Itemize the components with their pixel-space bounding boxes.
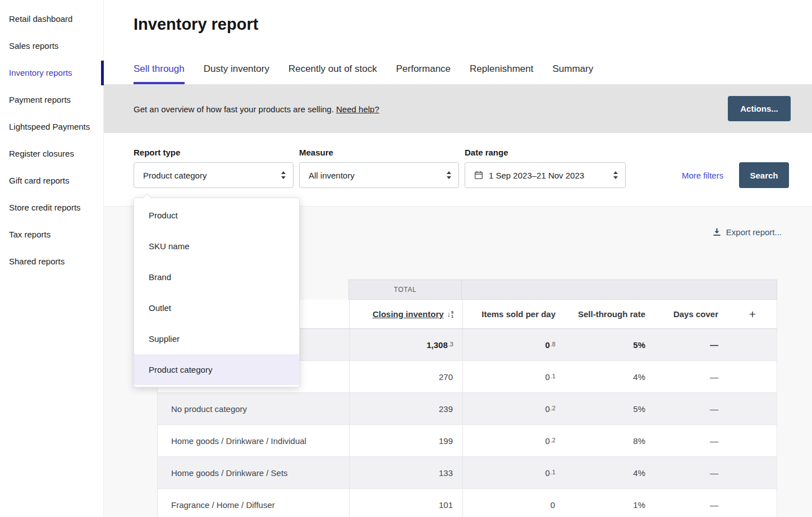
add-column-button[interactable]: +	[727, 300, 778, 328]
tab-recently-out-of-stock[interactable]: Recently out of stock	[288, 58, 377, 84]
column-items-sold-per-day[interactable]: Items sold per day	[462, 300, 565, 328]
option-outlet[interactable]: Outlet	[134, 292, 299, 323]
sidebar-item-retail-dashboard[interactable]: Retail dashboard	[0, 6, 103, 33]
column-days-cover[interactable]: Days cover	[654, 300, 727, 328]
sell-through-value: 1%	[565, 489, 654, 517]
date-range-select[interactable]: 1 Sep 2023–21 Nov 2023	[465, 162, 626, 188]
sidebar-item-lightspeed-payments[interactable]: Lightspeed Payments	[0, 113, 103, 140]
items-per-day-value: 0.8	[462, 329, 565, 360]
option-product-category[interactable]: Product category	[134, 354, 299, 385]
filter-bar: Report type Measure Date range Product c…	[104, 133, 812, 206]
table-row[interactable]: Home goods / Drinkware / Sets 133 0.1 4%…	[157, 457, 777, 489]
tab-performance[interactable]: Performance	[396, 58, 451, 84]
banner-message: Get an overview of how fast your product…	[134, 104, 334, 114]
sidebar-item-tax-reports[interactable]: Tax reports	[0, 221, 103, 248]
report-type-label: Report type	[134, 148, 180, 157]
export-report-label: Export report...	[726, 227, 782, 237]
sell-through-value: 5%	[565, 393, 654, 424]
option-brand[interactable]: Brand	[134, 262, 299, 292]
sell-through-value: 5%	[565, 329, 654, 360]
closing-inventory-value: 133	[349, 457, 462, 488]
report-type-select[interactable]: Product category	[134, 162, 293, 188]
spinner-icon	[613, 171, 618, 179]
actions-button[interactable]: Actions...	[728, 96, 791, 121]
items-per-day-value: 0.1	[462, 361, 565, 392]
date-range-label: Date range	[465, 148, 508, 157]
row-category: No product category	[158, 393, 349, 424]
table-row[interactable]: Home goods / Drinkware / Individual 199 …	[157, 425, 777, 457]
closing-inventory-value: 270	[349, 361, 462, 392]
sidebar-item-inventory-reports[interactable]: Inventory reports	[0, 60, 103, 86]
sidebar-item-register-closures[interactable]: Register closures	[0, 140, 103, 167]
measure-label: Measure	[299, 148, 333, 157]
closing-inventory-value: 239	[349, 393, 462, 424]
column-sell-through-rate[interactable]: Sell-through rate	[565, 300, 654, 328]
main-content: Inventory report Sell through Dusty inve…	[104, 0, 812, 517]
items-per-day-value: 0.1	[462, 457, 565, 488]
days-cover-value: —	[654, 329, 727, 360]
measure-value: All inventory	[309, 171, 442, 180]
column-closing-inventory[interactable]: Closing inventory ↓91	[349, 300, 462, 328]
sidebar-item-gift-card-reports[interactable]: Gift card reports	[0, 167, 103, 194]
days-cover-value: —	[654, 393, 727, 424]
spinner-icon	[447, 171, 451, 179]
sidebar-item-store-credit-reports[interactable]: Store credit reports	[0, 194, 103, 221]
days-cover-value: —	[654, 361, 727, 392]
calendar-icon	[474, 171, 483, 180]
items-per-day-value: 0.2	[462, 393, 565, 424]
sell-through-value: 4%	[565, 457, 654, 488]
days-cover-value: —	[654, 489, 727, 517]
need-help-link[interactable]: Need help?	[336, 104, 379, 114]
date-range-value: 1 Sep 2023–21 Nov 2023	[489, 171, 609, 180]
tab-dusty-inventory[interactable]: Dusty inventory	[204, 58, 269, 84]
row-category: Home goods / Drinkware / Individual	[158, 425, 349, 456]
download-icon	[713, 228, 721, 236]
items-per-day-value: 0	[462, 489, 565, 517]
sidebar: Retail dashboard Sales reports Inventory…	[0, 0, 104, 517]
row-category: Home goods / Drinkware / Sets	[158, 457, 349, 488]
search-button[interactable]: Search	[739, 162, 789, 188]
export-report-link[interactable]: Export report...	[713, 227, 782, 237]
sidebar-item-shared-reports[interactable]: Shared reports	[0, 248, 103, 275]
report-type-value: Product category	[143, 171, 277, 180]
items-per-day-value: 0.2	[462, 425, 565, 456]
table-row[interactable]: No product category 239 0.2 5% —	[157, 393, 777, 425]
days-cover-value: —	[654, 425, 727, 456]
option-supplier[interactable]: Supplier	[134, 323, 299, 354]
sort-descending-icon: ↓91	[447, 310, 453, 318]
total-band-rest	[462, 280, 777, 300]
tab-sell-through[interactable]: Sell through	[134, 58, 185, 84]
report-tabs: Sell through Dusty inventory Recently ou…	[134, 58, 593, 84]
days-cover-value: —	[654, 457, 727, 488]
info-banner: Get an overview of how fast your product…	[104, 84, 812, 133]
option-sku-name[interactable]: SKU name	[134, 231, 299, 262]
closing-inventory-value: 1,308.3	[349, 329, 462, 360]
tab-summary[interactable]: Summary	[552, 58, 593, 84]
total-header: TOTAL	[348, 280, 462, 300]
closing-inventory-value: 101	[349, 489, 462, 517]
sell-through-value: 8%	[565, 425, 654, 456]
spinner-icon	[281, 171, 286, 179]
option-product[interactable]: Product	[134, 200, 299, 231]
sell-through-value: 4%	[565, 361, 654, 392]
closing-inventory-label: Closing inventory	[373, 309, 444, 319]
page-title: Inventory report	[134, 15, 258, 34]
sidebar-item-payment-reports[interactable]: Payment reports	[0, 86, 103, 113]
banner-text: Get an overview of how fast your product…	[134, 104, 379, 114]
measure-select[interactable]: All inventory	[299, 162, 459, 188]
table-row[interactable]: Fragrance / Home / Diffuser 101 0 1% —	[157, 489, 777, 517]
report-type-dropdown: Product SKU name Brand Outlet Supplier P…	[134, 198, 300, 387]
more-filters-link[interactable]: More filters	[682, 171, 723, 180]
sidebar-item-sales-reports[interactable]: Sales reports	[0, 33, 103, 60]
row-category: Fragrance / Home / Diffuser	[158, 489, 349, 517]
closing-inventory-value: 199	[349, 425, 462, 456]
tab-replenishment[interactable]: Replenishment	[470, 58, 533, 84]
